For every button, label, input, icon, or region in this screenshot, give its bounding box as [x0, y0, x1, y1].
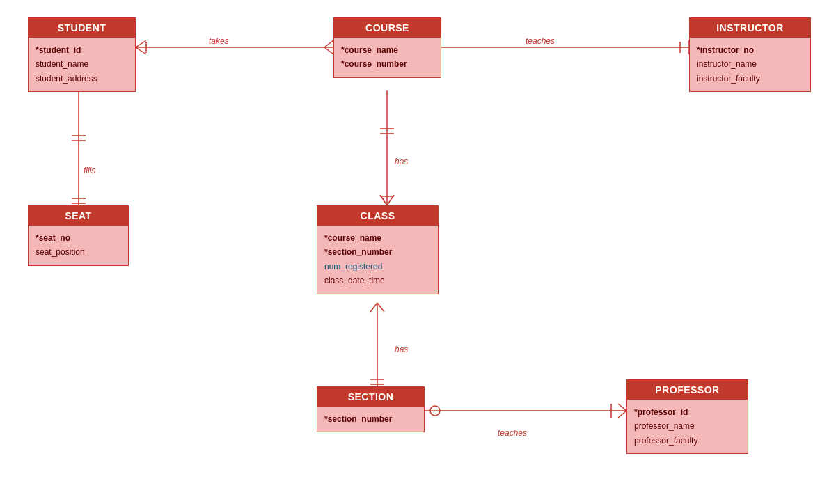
- entity-student-body: *student_id student_name student_address: [29, 38, 135, 91]
- field-instructor-no: *instructor_no: [697, 43, 803, 57]
- entity-professor: PROFESSOR *professor_id professor_name p…: [626, 379, 748, 454]
- svg-line-2: [136, 47, 146, 54]
- entity-section-header: SECTION: [317, 387, 424, 407]
- field-professor-name: professor_name: [634, 419, 741, 433]
- field-professor-faculty: professor_faculty: [634, 434, 741, 448]
- field-instructor-faculty: instructor_faculty: [697, 72, 803, 86]
- entity-course: COURSE *course_name *course_number: [333, 17, 441, 78]
- entity-class-body: *course_name *section_number num_registe…: [317, 226, 438, 294]
- entity-instructor: INSTRUCTOR *instructor_no instructor_nam…: [689, 17, 811, 92]
- entity-seat-body: *seat_no seat_position: [29, 226, 128, 265]
- rel-label-takes: takes: [209, 36, 229, 46]
- field-class-num-registered: num_registered: [324, 260, 431, 274]
- field-student-address: student_address: [36, 72, 128, 86]
- entity-section-body: *section_number: [317, 407, 424, 432]
- field-student-name: student_name: [36, 57, 128, 71]
- entity-professor-header: PROFESSOR: [627, 380, 748, 400]
- entity-class-header: CLASS: [317, 206, 438, 226]
- svg-line-26: [377, 303, 384, 312]
- field-professor-id: *professor_id: [634, 405, 741, 419]
- svg-line-1: [136, 40, 146, 47]
- entity-student: STUDENT *student_id student_name student…: [28, 17, 136, 92]
- entity-class: CLASS *course_name *section_number num_r…: [317, 205, 439, 294]
- rel-label-fills: fills: [84, 166, 95, 175]
- diagram-container: STUDENT *student_id student_name student…: [0, 0, 836, 504]
- entity-instructor-header: INSTRUCTOR: [690, 18, 810, 38]
- field-course-name: *course_name: [341, 43, 434, 57]
- svg-line-25: [370, 303, 377, 312]
- svg-point-30: [430, 406, 440, 416]
- field-instructor-name: instructor_name: [697, 57, 803, 71]
- svg-line-31: [618, 404, 626, 411]
- svg-line-5: [324, 40, 333, 47]
- entity-section: SECTION *section_number: [317, 386, 425, 432]
- entity-seat: SEAT *seat_no seat_position: [28, 205, 129, 266]
- field-course-number: *course_number: [341, 57, 434, 71]
- svg-line-6: [324, 47, 333, 54]
- field-class-date-time: class_date_time: [324, 274, 431, 288]
- field-class-course-name: *course_name: [324, 231, 431, 245]
- svg-line-32: [618, 411, 626, 418]
- svg-line-21: [380, 195, 387, 205]
- field-student-id: *student_id: [36, 43, 128, 57]
- rel-label-has-section: has: [395, 345, 408, 354]
- entity-seat-header: SEAT: [29, 206, 128, 226]
- field-seat-position: seat_position: [36, 245, 121, 259]
- entity-student-header: STUDENT: [29, 18, 135, 38]
- entity-course-header: COURSE: [334, 18, 441, 38]
- field-seat-no: *seat_no: [36, 231, 121, 245]
- entity-course-body: *course_name *course_number: [334, 38, 441, 77]
- field-class-section-number: *section_number: [324, 245, 431, 259]
- entity-instructor-body: *instructor_no instructor_name instructo…: [690, 38, 810, 91]
- rel-label-has-class: has: [395, 157, 408, 166]
- svg-line-22: [387, 195, 394, 205]
- field-section-number: *section_number: [324, 412, 417, 426]
- rel-label-teaches-instructor: teaches: [526, 36, 555, 46]
- rel-label-teaches-professor: teaches: [498, 428, 527, 438]
- entity-professor-body: *professor_id professor_name professor_f…: [627, 400, 748, 453]
